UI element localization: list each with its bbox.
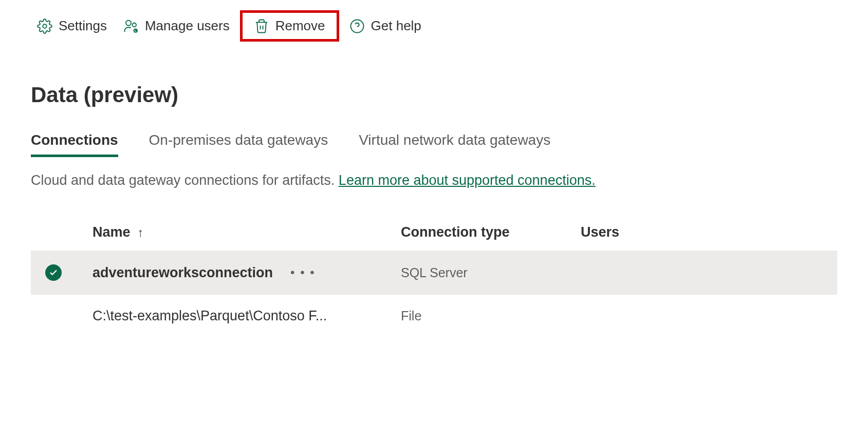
description: Cloud and data gateway connections for a… xyxy=(0,157,868,214)
sort-arrow-up-icon: ↑ xyxy=(138,225,144,240)
gear-icon xyxy=(37,18,52,34)
svg-point-0 xyxy=(43,24,47,28)
remove-label: Remove xyxy=(275,18,325,34)
users-icon xyxy=(123,18,139,34)
table-row[interactable]: C:\test-examples\Parquet\Contoso F... Fi… xyxy=(31,294,837,337)
remove-highlight-box: Remove xyxy=(240,10,339,42)
header-users[interactable]: Users xyxy=(581,224,837,240)
connections-table: Name ↑ Connection type Users adventurewo… xyxy=(0,214,868,337)
tab-connections[interactable]: Connections xyxy=(31,128,118,157)
tab-on-premises[interactable]: On-premises data gateways xyxy=(149,128,328,157)
header-name[interactable]: Name ↑ xyxy=(93,224,401,240)
manage-users-button[interactable]: Manage users xyxy=(117,14,236,38)
connection-type: File xyxy=(401,309,581,323)
header-connection-type[interactable]: Connection type xyxy=(401,224,581,240)
tabs: Connections On-premises data gateways Vi… xyxy=(0,128,868,157)
table-header: Name ↑ Connection type Users xyxy=(31,214,837,251)
toolbar: Settings Manage users xyxy=(0,10,868,42)
tab-virtual-network[interactable]: Virtual network data gateways xyxy=(359,128,550,157)
learn-more-link[interactable]: Learn more about supported connections. xyxy=(339,172,596,188)
page-title: Data (preview) xyxy=(0,42,868,128)
description-text: Cloud and data gateway connections for a… xyxy=(31,172,339,188)
settings-label: Settings xyxy=(59,18,107,34)
status-ok-icon xyxy=(45,264,62,281)
remove-button[interactable]: Remove xyxy=(248,14,331,38)
svg-point-2 xyxy=(132,23,136,27)
more-options-button[interactable]: • • • xyxy=(290,265,316,280)
table-row[interactable]: adventureworksconnection • • • SQL Serve… xyxy=(31,251,837,294)
trash-icon xyxy=(254,18,269,34)
svg-point-1 xyxy=(126,20,131,25)
settings-button[interactable]: Settings xyxy=(31,14,113,38)
get-help-label: Get help xyxy=(371,18,421,34)
connection-name: adventureworksconnection xyxy=(93,265,273,281)
svg-point-6 xyxy=(350,20,363,32)
manage-users-label: Manage users xyxy=(145,18,230,34)
connection-name: C:\test-examples\Parquet\Contoso F... xyxy=(93,308,327,324)
get-help-button[interactable]: Get help xyxy=(343,14,428,38)
connection-type: SQL Server xyxy=(401,265,581,280)
help-icon xyxy=(349,18,365,34)
